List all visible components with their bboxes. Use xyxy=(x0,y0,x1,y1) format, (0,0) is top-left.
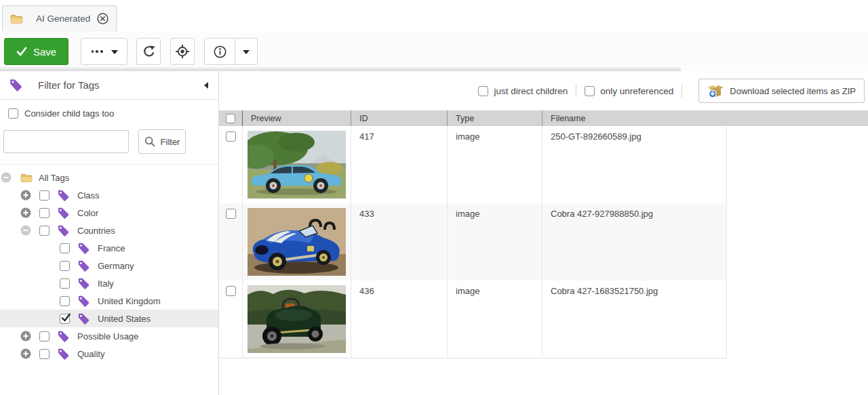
filter-button[interactable]: Filter xyxy=(138,129,186,154)
tree-item-label: Class xyxy=(77,190,100,201)
column-header-id[interactable]: ID xyxy=(351,110,448,126)
grid-header-filler xyxy=(727,110,868,126)
more-actions-button[interactable] xyxy=(81,38,127,65)
only-unreferenced-checkbox[interactable] xyxy=(585,86,595,96)
reload-button[interactable] xyxy=(136,38,161,65)
tag-icon xyxy=(77,294,91,308)
tag-checkbox[interactable] xyxy=(39,226,50,236)
column-header-filename[interactable]: Filename xyxy=(542,110,727,126)
asset-type: image xyxy=(448,203,542,280)
tree-item-label: Possible Usage xyxy=(77,331,138,341)
tree-item-label: United States xyxy=(98,314,151,324)
tree-item-countries[interactable]: Countries xyxy=(0,222,218,239)
separator xyxy=(576,84,576,98)
assets-grid: Preview ID Type Filename xyxy=(219,110,868,358)
save-button-label: Save xyxy=(33,46,56,58)
check-icon xyxy=(16,47,27,56)
column-header-preview[interactable]: Preview xyxy=(243,110,351,126)
tag-checkbox[interactable] xyxy=(39,190,50,201)
folder-icon xyxy=(20,173,33,183)
asset-thumbnail-cobra-blue[interactable] xyxy=(248,208,346,276)
refresh-icon xyxy=(142,45,156,59)
asset-thumbnail-250gt[interactable] xyxy=(248,131,346,199)
collapse-node-icon[interactable] xyxy=(1,172,12,183)
tree-item-united-kingdom[interactable]: United Kingdom xyxy=(0,292,218,310)
select-all-checkbox[interactable] xyxy=(226,114,235,123)
tab-ai-generated[interactable]: AI Generated xyxy=(2,5,117,31)
tag-checkbox[interactable] xyxy=(39,349,50,359)
locate-in-tree-button[interactable] xyxy=(170,38,195,65)
info-dropdown-button[interactable] xyxy=(235,39,257,64)
tree-item-all-tags[interactable]: All Tags xyxy=(0,169,218,186)
search-icon xyxy=(144,136,155,147)
consider-child-tags-checkbox[interactable] xyxy=(8,108,18,119)
tags-tree: All Tags Class Color xyxy=(0,165,218,362)
asset-row-417[interactable]: 417 image 250-GT-892660589.jpg xyxy=(219,126,727,203)
just-direct-children-option[interactable]: just direct children xyxy=(478,86,568,96)
collapse-panel-icon[interactable] xyxy=(204,82,208,89)
tag-icon xyxy=(8,77,24,93)
consider-child-tags-row[interactable]: Consider child tags too xyxy=(0,100,218,119)
row-checkbox[interactable] xyxy=(226,131,236,142)
expand-node-icon[interactable] xyxy=(20,348,31,359)
tag-checkbox[interactable] xyxy=(60,261,70,271)
asset-thumbnail-cobra-green[interactable] xyxy=(248,285,346,353)
grid-body: 417 image 250-GT-892660589.jpg xyxy=(219,126,727,358)
tree-item-class[interactable]: Class xyxy=(0,186,218,204)
tag-filter-input[interactable] xyxy=(3,130,129,153)
tag-checkbox[interactable] xyxy=(60,243,70,253)
collapse-node-icon[interactable] xyxy=(20,225,31,236)
tree-item-italy[interactable]: Italy xyxy=(0,274,218,292)
tree-item-color[interactable]: Color xyxy=(0,204,218,222)
tree-item-label: Quality xyxy=(77,349,104,359)
tree-item-label: Germany xyxy=(98,261,134,271)
tag-checkbox[interactable] xyxy=(60,278,70,289)
folder-icon xyxy=(10,14,24,24)
tag-checkbox[interactable] xyxy=(60,296,70,306)
only-unreferenced-option[interactable]: only unreferenced xyxy=(585,86,673,96)
chevron-down-icon xyxy=(111,50,118,58)
row-checkbox[interactable] xyxy=(226,286,236,296)
tree-item-france[interactable]: France xyxy=(0,239,218,257)
ellipsis-icon xyxy=(90,50,104,53)
tag-icon xyxy=(56,224,71,238)
tag-checkbox[interactable] xyxy=(39,331,50,341)
save-button[interactable]: Save xyxy=(4,38,68,65)
tree-item-united-states[interactable]: United States xyxy=(0,310,218,327)
expand-node-icon[interactable] xyxy=(20,190,31,201)
download-zip-button[interactable]: Download selected items as ZIP xyxy=(698,79,865,103)
asset-row-436[interactable]: 436 image Cobra 427-1683521750.jpg xyxy=(219,280,727,358)
tree-item-quality[interactable]: Quality xyxy=(0,345,218,362)
info-button[interactable] xyxy=(205,39,235,64)
tree-item-germany[interactable]: Germany xyxy=(0,257,218,274)
toolbar: Save xyxy=(0,31,868,71)
asset-filename: Cobra 427-1683521750.jpg xyxy=(542,280,727,358)
asset-id: 417 xyxy=(351,126,448,203)
column-header-type[interactable]: Type xyxy=(448,110,542,126)
asset-row-433[interactable]: 433 image Cobra 427-927988850.jpg xyxy=(219,203,727,280)
tag-icon xyxy=(56,188,71,203)
asset-id: 433 xyxy=(351,203,448,280)
panel-title: Filter for Tags xyxy=(38,79,197,91)
tag-checkbox[interactable] xyxy=(39,208,50,218)
tag-checkbox-checked[interactable] xyxy=(60,314,70,324)
tag-icon xyxy=(77,259,91,273)
expand-node-icon[interactable] xyxy=(20,207,31,218)
download-zip-label: Download selected items as ZIP xyxy=(730,86,856,96)
tree-item-label: Color xyxy=(77,208,98,218)
expand-node-icon[interactable] xyxy=(20,331,31,341)
row-checkbox[interactable] xyxy=(226,209,236,219)
just-direct-children-checkbox[interactable] xyxy=(478,86,488,96)
info-icon xyxy=(213,45,227,59)
tags-filter-header: Filter for Tags xyxy=(0,71,218,100)
tag-icon xyxy=(56,206,71,220)
tag-icon xyxy=(56,329,71,344)
separator xyxy=(682,84,682,98)
chevron-down-icon xyxy=(243,50,250,58)
tab-close-icon[interactable] xyxy=(97,13,108,24)
locate-target-icon xyxy=(175,44,190,59)
tree-item-label: United Kingdom xyxy=(98,296,161,306)
tree-item-possible-usage[interactable]: Possible Usage xyxy=(0,327,218,345)
tag-icon xyxy=(77,276,91,291)
asset-type: image xyxy=(448,280,542,358)
